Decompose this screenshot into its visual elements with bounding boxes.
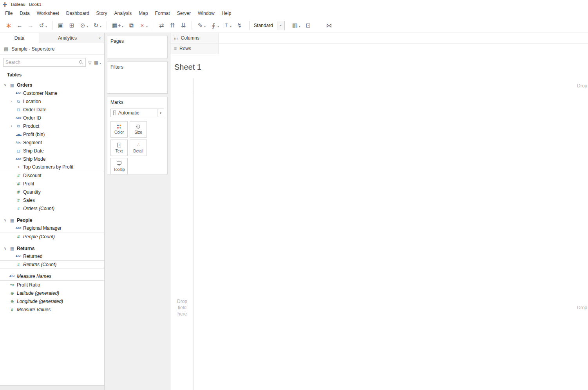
dropdown-caret-icon[interactable] <box>146 22 148 29</box>
field-caret-icon[interactable]: › <box>9 99 14 103</box>
field-row[interactable]: Abc Measure Names <box>0 272 104 281</box>
field-row[interactable]: ▂▅▃ Profit (bin) <box>0 130 104 138</box>
menu-file[interactable]: File <box>2 9 16 17</box>
filters-card[interactable]: Filters <box>107 62 168 94</box>
drop-zone-top[interactable]: Drop <box>577 83 587 89</box>
dropdown-caret-icon[interactable] <box>100 22 101 29</box>
drop-zone-right[interactable]: Drop <box>577 305 587 310</box>
field-row[interactable]: Abc Segment <box>0 138 104 147</box>
dropdown-caret-icon[interactable] <box>122 22 123 29</box>
dropdown-caret-icon[interactable] <box>230 22 232 29</box>
menu-analysis[interactable]: Analysis <box>111 9 136 17</box>
replay-button[interactable]: ↺ <box>36 20 49 31</box>
sort-ascending-button[interactable]: ⇈ <box>167 20 177 31</box>
fix-axes-button[interactable]: ↯ <box>234 20 244 31</box>
new-data-source-button[interactable]: ⊞ <box>67 20 77 31</box>
run-auto-updates-button[interactable]: ↻ <box>91 20 103 31</box>
sheet-view[interactable]: Sheet 1 Drop Drop Drop field here <box>170 54 588 390</box>
duplicate-sheet-button[interactable]: ⧉ <box>126 20 136 31</box>
menu-worksheet[interactable]: Worksheet <box>33 9 63 17</box>
dropdown-caret-icon[interactable] <box>299 22 300 29</box>
field-row[interactable]: Abc Regional Manager <box>0 224 104 232</box>
menu-story[interactable]: Story <box>93 9 111 17</box>
field-row[interactable]: Abc Returned <box>0 252 104 261</box>
menu-data[interactable]: Data <box>16 9 33 17</box>
menu-help[interactable]: Help <box>218 9 235 17</box>
save-button[interactable]: ▣ <box>56 20 66 31</box>
field-row[interactable]: # Measure Values <box>0 305 104 314</box>
menu-map[interactable]: Map <box>135 9 151 17</box>
field-row[interactable]: ∨ ▦ People <box>0 216 104 224</box>
pause-auto-updates-button[interactable]: ⊘ <box>78 20 90 31</box>
filter-fields-icon[interactable] <box>88 59 91 66</box>
field-row[interactable]: › ⧉ Location <box>0 97 104 105</box>
field-caret-icon[interactable]: ∨ <box>2 218 8 222</box>
dropdown-caret-icon[interactable] <box>217 22 219 29</box>
marks-tooltip-button[interactable]: Tooltip <box>110 158 128 174</box>
clear-sheet-button[interactable]: × <box>137 20 150 31</box>
field-row[interactable]: Abc Customer Name <box>0 89 104 97</box>
share-workbook-button[interactable]: ⋈ <box>324 20 334 31</box>
group-members-button[interactable]: ∮ <box>208 20 221 31</box>
field-row[interactable]: Abc Order ID <box>0 114 104 122</box>
field-row[interactable]: # Sales <box>0 196 104 204</box>
sheet-title[interactable]: Sheet 1 <box>174 63 201 72</box>
tab-analytics[interactable]: Analytics <box>39 33 96 43</box>
rows-shelf[interactable]: Rows <box>170 44 588 54</box>
fit-caret-icon[interactable] <box>277 21 284 30</box>
tableau-logo-button[interactable]: ∗ <box>4 20 14 31</box>
columns-shelf-area[interactable] <box>219 33 588 43</box>
dropdown-caret-icon[interactable] <box>45 22 47 29</box>
field-row[interactable]: ⊕ Latitude (generated) <box>0 289 104 297</box>
presentation-mode-button[interactable]: ⊡ <box>303 20 313 31</box>
field-caret-icon[interactable]: ∨ <box>2 246 8 250</box>
field-row[interactable]: # People (Count) <box>0 232 104 241</box>
field-row[interactable]: ⊟ Order Date <box>0 105 104 114</box>
field-row[interactable]: # Returns (Count) <box>0 261 104 269</box>
undo-button[interactable]: ← <box>14 20 25 31</box>
field-row[interactable]: ∨ ▦ Returns <box>0 244 104 252</box>
field-row[interactable]: ⊕ Longitude (generated) <box>0 297 104 305</box>
marks-size-button[interactable]: Size <box>130 121 147 138</box>
field-row[interactable]: ◑ Top Customers by Profit <box>0 163 104 171</box>
marks-detail-button[interactable]: Detail <box>130 140 147 156</box>
menu-window[interactable]: Window <box>194 9 218 17</box>
field-row[interactable]: › ⧉ Product <box>0 122 104 130</box>
menu-format[interactable]: Format <box>152 9 174 17</box>
field-row[interactable]: ∨ ▦ Orders <box>0 81 104 89</box>
redo-button[interactable]: → <box>25 20 36 31</box>
field-row[interactable]: Abc Ship Mode <box>0 155 104 163</box>
tab-data[interactable]: Data <box>0 33 39 43</box>
show-hide-cards-button[interactable]: ▥ <box>290 20 302 31</box>
collapse-data-pane-button[interactable] <box>96 33 104 43</box>
datasource-item[interactable]: Sample - Superstore <box>0 43 104 55</box>
field-row[interactable]: # Quantity <box>0 188 104 196</box>
field-caret-icon[interactable]: › <box>9 124 14 128</box>
columns-shelf[interactable]: Columns <box>170 33 588 44</box>
field-row[interactable]: # Orders (Count) <box>0 204 104 212</box>
marks-text-button[interactable]: Text <box>110 140 128 156</box>
marks-color-button[interactable]: Color <box>110 121 128 138</box>
field-caret-icon[interactable]: ∨ <box>2 83 8 87</box>
mark-type-selector[interactable]: Automatic <box>110 109 164 117</box>
rows-shelf-area[interactable] <box>219 44 588 54</box>
drop-zone-left[interactable]: Drop field here <box>174 298 191 317</box>
dropdown-caret-icon[interactable] <box>204 22 206 29</box>
menu-dashboard[interactable]: Dashboard <box>63 9 93 17</box>
mark-type-caret-icon[interactable] <box>157 109 164 117</box>
search-box[interactable] <box>3 58 86 67</box>
field-row[interactable]: # Discount <box>0 171 104 180</box>
new-worksheet-button[interactable]: ▦+ <box>110 20 125 31</box>
field-row[interactable]: =# Profit Ratio <box>0 281 104 289</box>
field-row[interactable]: ⊟ Ship Date <box>0 147 104 155</box>
fit-selector[interactable]: Standard <box>250 21 285 30</box>
swap-rows-columns-button[interactable]: ⇄ <box>156 20 166 31</box>
search-input[interactable] <box>5 60 77 65</box>
sidebar-scrollbar[interactable] <box>0 385 104 390</box>
menu-server[interactable]: Server <box>174 9 194 17</box>
highlight-button[interactable]: ✎ <box>195 20 208 31</box>
view-options-button[interactable] <box>94 59 101 66</box>
pages-card[interactable]: Pages <box>107 36 168 58</box>
sort-descending-button[interactable]: ⇊ <box>178 20 188 31</box>
dropdown-caret-icon[interactable] <box>87 22 88 29</box>
